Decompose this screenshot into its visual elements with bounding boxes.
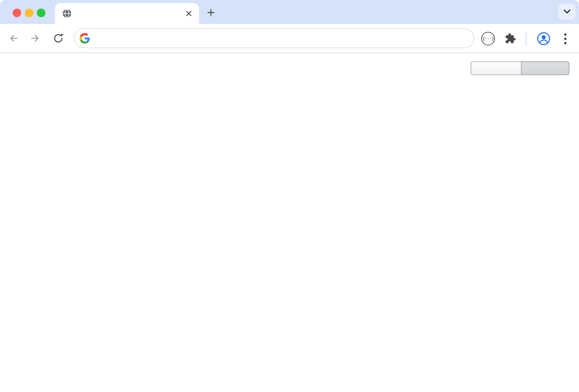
window-close-button[interactable] (13, 9, 21, 17)
window-zoom-button[interactable] (37, 9, 45, 17)
window-minimize-button[interactable] (25, 9, 33, 17)
back-button[interactable] (8, 33, 19, 44)
raw-parsed-toggle (471, 61, 569, 75)
json-formatter-extension-button[interactable]: {···} (481, 32, 495, 45)
braces-icon: {···} (482, 36, 494, 41)
browser-menu-kebab-icon[interactable] (561, 32, 570, 45)
parsed-button[interactable] (521, 61, 569, 75)
tab-strip (0, 0, 579, 24)
globe-favicon-icon (62, 9, 72, 18)
forward-button[interactable] (30, 33, 41, 44)
chevron-down-icon (562, 9, 572, 15)
new-tab-button[interactable] (205, 7, 217, 18)
raw-button[interactable] (471, 61, 521, 75)
google-logo-icon (80, 33, 90, 44)
toolbar-divider (526, 32, 527, 46)
reload-button[interactable] (53, 33, 64, 44)
tab-test-json[interactable] (55, 3, 199, 24)
tab-close-icon[interactable] (184, 9, 193, 18)
browser-toolbar: {···} (0, 24, 579, 53)
json-viewer-content (0, 53, 579, 392)
profile-avatar-icon[interactable] (537, 32, 550, 45)
extensions-puzzle-icon[interactable] (505, 33, 516, 44)
url-address-bar[interactable] (74, 28, 474, 48)
tab-search-chevron-button[interactable] (558, 4, 576, 20)
browser-window: {···} (0, 0, 579, 392)
